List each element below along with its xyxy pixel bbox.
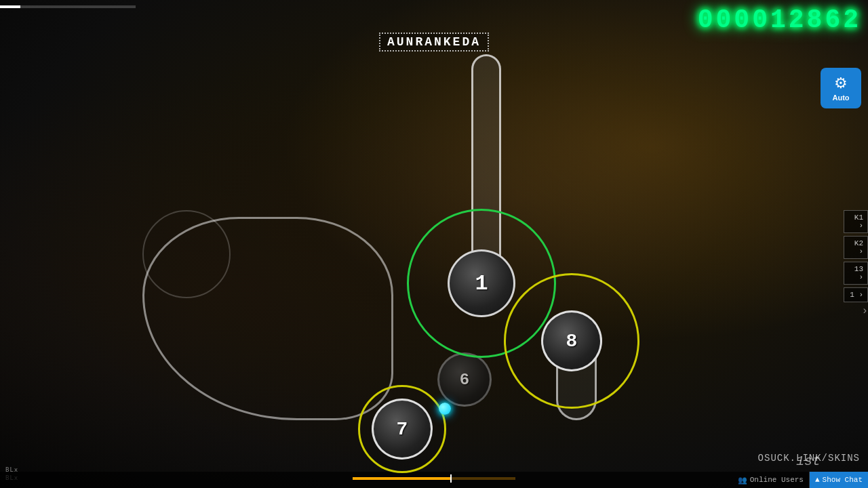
hit-circle-7[interactable]: 7 bbox=[372, 399, 433, 460]
hit-circle-8[interactable]: 8 bbox=[541, 310, 602, 371]
hit-circle-6[interactable]: 6 bbox=[437, 352, 492, 407]
key-indicators: K1 › K2 › 13 › 1 › bbox=[844, 210, 868, 302]
song-progress-tick bbox=[450, 474, 452, 483]
right-expand-arrow[interactable]: › bbox=[861, 305, 868, 317]
song-progress-fill bbox=[353, 477, 450, 480]
game-field: 1 8 6 7 bbox=[0, 0, 868, 488]
show-chat-button[interactable]: ▲ Show Chat bbox=[810, 472, 868, 488]
show-chat-label: Show Chat bbox=[823, 476, 863, 484]
bottom-status-bar: 👥 Online Users ▲ Show Chat bbox=[0, 472, 868, 488]
chat-arrow-icon: ▲ bbox=[815, 476, 820, 484]
online-users-section: 👥 Online Users bbox=[732, 472, 810, 488]
k4-key: 1 › bbox=[844, 287, 868, 302]
rank-display: 1st bbox=[796, 453, 821, 469]
k1-key: K1 › bbox=[844, 210, 868, 233]
slider-curve-7 bbox=[142, 217, 393, 420]
follow-ball bbox=[439, 403, 451, 415]
online-users-label: Online Users bbox=[750, 476, 804, 484]
k3-key: 13 › bbox=[844, 262, 868, 285]
users-icon: 👥 bbox=[738, 476, 747, 485]
hit-circle-1[interactable]: 1 bbox=[448, 249, 515, 317]
k2-key: K2 › bbox=[844, 236, 868, 259]
song-progress-bar bbox=[353, 477, 515, 480]
